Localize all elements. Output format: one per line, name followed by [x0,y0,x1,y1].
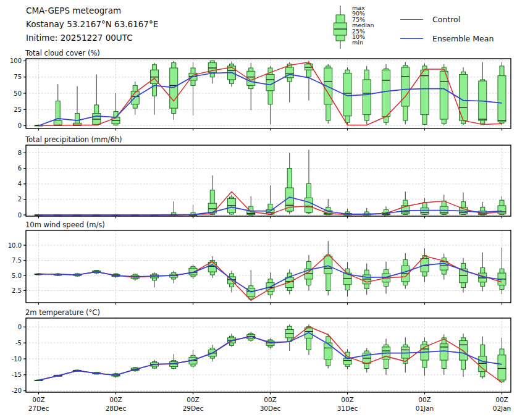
box-25-75 [498,355,506,380]
boxplot [170,271,178,284]
boxplot [247,270,255,300]
y-tick-label: 4 [18,180,22,187]
boxplot [363,348,371,372]
box-25-75 [440,71,448,119]
boxplot [189,205,197,216]
x-tick-label-time: 00Z [418,396,431,403]
panel-title-wind-speed: 10m wind speed (m/s) [25,220,105,229]
y-tick-label: 100 [10,57,22,64]
ensemble-mean-line-swatch [400,38,423,39]
y-tick-label: 2 [18,196,22,203]
y-tick-label: 7.5 [12,257,22,264]
y-tick-label: -10 [12,356,22,363]
boxplot [401,337,410,372]
legend-control-label: Control [432,15,460,24]
boxplot [189,62,197,116]
boxplot [363,263,371,295]
boxplot [479,62,487,125]
boxplot [150,272,158,288]
y-tick-label: -15 [12,371,22,378]
panel-2: 2.55.07.510.0 [8,230,511,305]
boxplot [440,195,448,215]
boxplot [343,262,351,296]
x-tick-label-time: 00Z [109,396,122,403]
page-title: CMA-GEPS meteogram [26,4,158,17]
panel-0: 0255075100 [10,57,511,131]
y-tick-label: 0 [18,122,22,129]
boxplot [459,67,467,125]
boxplot [150,63,158,115]
boxplot [93,75,101,126]
boxplot [421,337,429,376]
box-25-75 [421,70,429,114]
y-tick-label: 2.5 [12,287,22,294]
meteogram-canvas: 0255075100024682.55.07.510.0-20-15-10-50… [0,0,517,420]
boxplot [382,64,390,125]
x-tick-label-date: 30Dec [260,405,281,412]
boxplot [170,61,178,120]
box-25-75 [363,80,371,115]
init-time: Initime: 20251227 00UTC [26,31,158,44]
legend-box-label: min [352,39,363,46]
box-25-75 [324,68,332,104]
y-tick-label: 75 [14,74,22,80]
box-25-75 [266,75,274,91]
y-tick-label: 0 [18,212,22,219]
panel-3: -20-15-10-5000Z27Dec00Z28Dec00Z29Dec00Z3… [12,318,511,412]
x-tick-label-time: 00Z [187,396,200,403]
boxplot [479,337,487,379]
panel-border [26,318,511,392]
legend-boxplot-glyph: max90%75%median25%10%min [334,4,374,49]
boxplot [324,241,332,295]
box-25-75 [343,358,351,364]
x-tick-label-date: 29Dec [183,405,204,412]
meteogram-app: 0255075100024682.55.07.510.0-20-15-10-50… [0,0,517,420]
boxplot [459,334,467,377]
boxplot [459,258,467,293]
boxplot [498,62,506,125]
boxplot [421,198,429,215]
box-25-75 [421,208,429,214]
boxplot [324,334,332,368]
y-tick-label: 50 [14,90,22,97]
x-tick-label-time: 00Z [495,396,508,403]
box-25-75 [401,67,410,106]
station-location: Kostanay 53.2167°N 63.6167°E [26,17,158,31]
boxplot [440,254,448,280]
boxplot [285,153,293,214]
box-25-75 [305,198,313,212]
boxplot [479,253,487,292]
boxplot [266,66,274,124]
box-25-75 [498,76,506,122]
y-tick-label: 10.0 [8,242,22,249]
x-tick-label-date: 02Jan [493,405,511,412]
panel-1: 02468 [18,145,511,219]
legend-entry-ensemble-mean: Ensemble Mean [400,33,494,43]
boxplot [285,62,293,103]
legend-entry-control: Control [400,14,460,24]
x-tick-label-time: 00Z [341,396,354,403]
boxplot [305,255,313,291]
control-line-swatch [400,19,423,20]
x-tick-label-date: 31Dec [337,405,358,412]
x-tick-label-date: 28Dec [106,405,127,412]
y-tick-label: -5 [15,340,22,346]
boxplot [170,354,178,369]
y-tick-label: 6 [18,165,22,172]
boxplot [440,64,448,125]
box-25-75 [382,70,390,117]
boxplot [208,61,216,84]
box-25-75 [170,68,178,108]
panel-title-cloud-cover: Total cloud cover (%) [25,49,100,57]
x-tick-label-date: 27Dec [28,405,49,412]
y-tick-label: 8 [18,149,22,156]
y-tick-label: -20 [12,387,22,394]
panel-title-temperature: 2m temperature (°C) [25,308,100,317]
boxplot [247,63,255,111]
boxplot [498,338,506,383]
boxplot [208,175,216,215]
box-25-75 [324,343,332,359]
boxplot [227,195,235,215]
x-tick-label-time: 00Z [264,396,277,403]
box-25-75 [479,356,487,372]
